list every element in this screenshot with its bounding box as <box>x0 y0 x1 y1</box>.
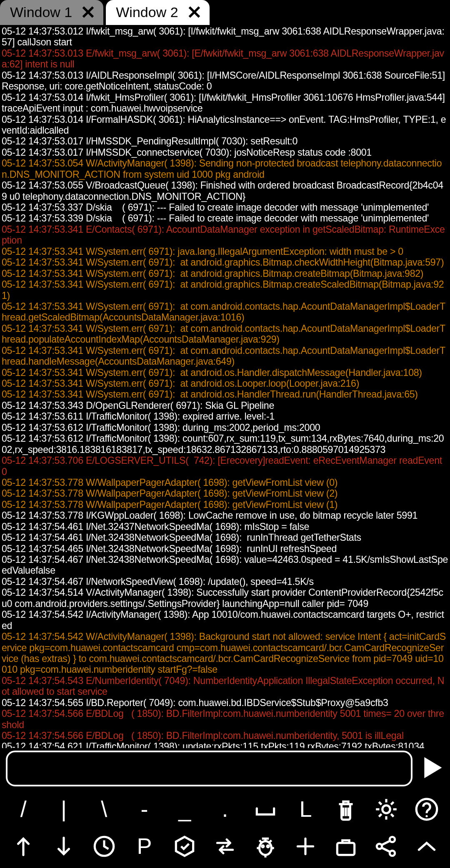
underscore-key[interactable]: _ <box>168 793 201 826</box>
log-line: 05-12 14:37:54.542 W/ActivityManager( 13… <box>2 631 448 675</box>
log-line: 05-12 14:37:54.621 I/TrafficMonitor( 139… <box>2 741 448 748</box>
log-line: 05-12 14:37:53.014 I/FormalHASDK( 3061):… <box>2 114 448 136</box>
log-line: 05-12 14:37:53.778 W/WallpaperPagerAdapt… <box>2 499 448 510</box>
log-line: 05-12 14:37:54.543 E/NumberIdentity( 704… <box>2 675 448 697</box>
arrow-up-icon[interactable] <box>7 830 40 863</box>
svg-marker-0 <box>424 757 442 778</box>
log-line: 05-12 14:37:53.012 I/fwkit_msg_arw( 3061… <box>2 26 448 48</box>
log-line: 05-12 14:37:53.017 I/HMSSDK_PendingResul… <box>2 136 448 147</box>
svg-rect-8 <box>338 843 355 855</box>
log-line: 05-12 14:37:53.341 W/System.err( 6971): … <box>2 268 448 279</box>
tab-label: Window 1 <box>10 4 72 20</box>
log-line: 05-12 14:37:53.341 W/System.err( 6971): … <box>2 246 448 257</box>
log-line: 05-12 14:37:53.341 E/Contacts( 6971): Ac… <box>2 224 448 246</box>
svg-point-9 <box>377 843 382 848</box>
svg-point-10 <box>390 837 395 842</box>
tab-bar: Window 1 ✕ Window 2 ✕ <box>0 0 450 25</box>
log-line: 05-12 14:37:54.467 I/NetworkSpeedView( 1… <box>2 576 448 587</box>
command-row <box>0 748 450 789</box>
log-line: 05-12 14:37:54.542 I/ActivityManager( 13… <box>2 609 448 631</box>
log-line: 05-12 14:37:53.054 W/ActivityManager( 13… <box>2 158 448 180</box>
tab-label: Window 2 <box>116 4 178 20</box>
log-line: 05-12 14:37:53.612 I/TrafficMonitor( 139… <box>2 433 448 455</box>
command-input[interactable] <box>6 751 412 786</box>
log-line: 05-12 14:37:53.341 W/System.err( 6971): … <box>2 367 448 378</box>
help-icon[interactable] <box>410 793 443 826</box>
plus-icon[interactable] <box>289 830 322 863</box>
log-line: 05-12 14:37:54.461 I/Net.32437NetworkSpe… <box>2 521 448 532</box>
log-line: 05-12 14:37:53.778 W/WallpaperPagerAdapt… <box>2 488 448 499</box>
dot-key[interactable]: . <box>208 793 242 826</box>
log-line: 05-12 14:37:53.341 W/System.err( 6971): … <box>2 389 448 400</box>
log-line: 05-12 14:37:54.566 E/BDLog ( 1850): BD.F… <box>2 708 448 730</box>
l-key[interactable]: L <box>289 793 322 826</box>
tab-window-2[interactable]: Window 2 ✕ <box>106 0 209 25</box>
svg-point-7 <box>267 845 269 847</box>
log-line: 05-12 14:37:53.778 W/WallpaperPagerAdapt… <box>2 477 448 488</box>
log-line: 05-12 14:37:53.055 V/BroadcastQueue( 139… <box>2 180 448 202</box>
log-line: 05-12 14:37:53.706 E/LOGSERVER_UTILS( 74… <box>2 455 448 477</box>
svg-point-11 <box>390 851 395 856</box>
log-line: 05-12 14:37:53.612 I/TrafficMonitor( 139… <box>2 422 448 433</box>
clock-icon[interactable] <box>88 830 121 863</box>
log-line: 05-12 14:37:53.778 I/KGWppLoader( 1698):… <box>2 510 448 521</box>
chevron-up-icon[interactable] <box>410 830 443 863</box>
log-line: 05-12 14:37:53.343 D/OpenGLRenderer( 697… <box>2 400 448 411</box>
gear-icon[interactable] <box>370 793 403 826</box>
run-button[interactable] <box>421 756 444 781</box>
log-line: 05-12 14:37:53.611 I/TrafficMonitor( 139… <box>2 411 448 422</box>
svg-point-1 <box>382 805 390 813</box>
tab-window-1[interactable]: Window 1 ✕ <box>0 0 103 25</box>
bug-icon[interactable] <box>249 830 282 863</box>
close-icon[interactable]: ✕ <box>80 3 96 22</box>
pipe-key[interactable]: | <box>47 793 80 826</box>
arrow-down-icon[interactable] <box>47 830 80 863</box>
briefcase-icon[interactable] <box>329 830 362 863</box>
log-line: 05-12 14:37:53.341 W/System.err( 6971): … <box>2 345 448 367</box>
log-line: 05-12 14:37:53.014 I/fwkit_HmsProfiler( … <box>2 92 448 114</box>
log-line: 05-12 14:37:53.341 W/System.err( 6971): … <box>2 257 448 268</box>
log-line: 05-12 14:37:54.565 I/BD.Reporter( 7049):… <box>2 697 448 708</box>
log-output[interactable]: 05-12 14:37:53.012 I/fwkit_msg_arw( 3061… <box>0 25 450 748</box>
dash-key[interactable]: - <box>128 793 161 826</box>
swap-icon[interactable] <box>208 830 242 863</box>
log-line: 05-12 14:37:54.461 I/Net.32438NetworkSpe… <box>2 532 448 543</box>
log-line: 05-12 14:37:54.566 E/BDLog ( 1850): BD.F… <box>2 730 448 741</box>
slash-key[interactable]: / <box>7 793 40 826</box>
package-icon[interactable] <box>168 830 201 863</box>
close-icon[interactable]: ✕ <box>187 3 202 22</box>
space-key[interactable] <box>249 793 282 826</box>
log-line: 05-12 14:37:54.514 V/ActivityManager( 13… <box>2 587 448 609</box>
log-line: 05-12 14:37:53.013 E/fwkit_msg_arw( 3061… <box>2 48 448 70</box>
share-icon[interactable] <box>370 830 403 863</box>
trash-icon[interactable] <box>329 793 362 826</box>
log-line: 05-12 14:37:53.017 I/HMSSDK_connectservi… <box>2 147 448 158</box>
svg-point-3 <box>425 815 428 817</box>
log-line: 05-12 14:37:53.341 W/System.err( 6971): … <box>2 301 448 323</box>
log-line: 05-12 14:37:53.341 W/System.err( 6971): … <box>2 378 448 389</box>
log-line: 05-12 14:37:54.467 I/Net.32438NetworkSpe… <box>2 554 448 576</box>
log-line: 05-12 14:37:53.341 W/System.err( 6971): … <box>2 323 448 345</box>
svg-point-6 <box>262 845 263 847</box>
toolbar: /|\-_.LP <box>0 789 450 868</box>
log-line: 05-12 14:37:53.013 I/AIDLResponseImpl( 3… <box>2 70 448 92</box>
backslash-key[interactable]: \ <box>88 793 121 826</box>
log-line: 05-12 14:37:53.337 D/skia ( 6971): --- F… <box>2 202 448 213</box>
log-line: 05-12 14:37:53.339 D/skia ( 6971): --- F… <box>2 213 448 224</box>
p-key[interactable]: P <box>128 830 161 863</box>
log-line: 05-12 14:37:54.465 I/Net.32438NetworkSpe… <box>2 543 448 554</box>
play-icon <box>421 756 444 779</box>
log-line: 05-12 14:37:53.341 W/System.err( 6971): … <box>2 279 448 301</box>
